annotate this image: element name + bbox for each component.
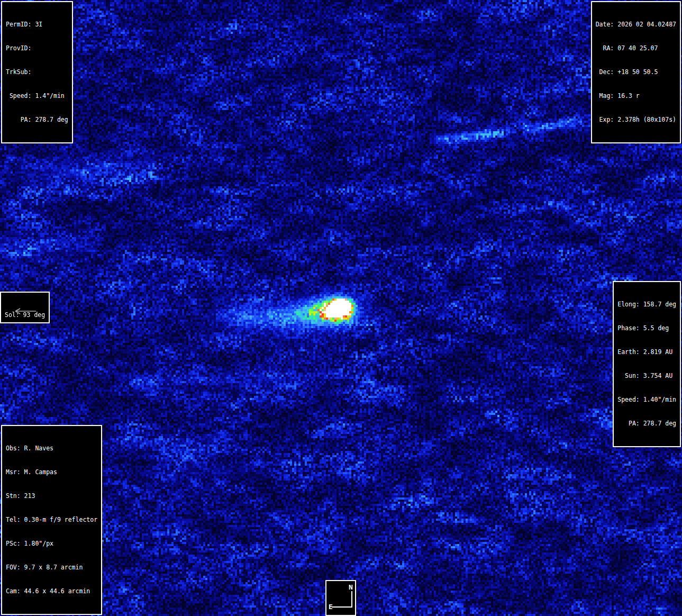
observation-info-panel: Date: 2026 02 04.02487 RA: 07 40 25.07 D… <box>591 1 681 143</box>
ra-line: RA: 07 40 25.07 <box>596 44 676 52</box>
exp-line: Exp: 2.378h (80x107s) <box>596 116 676 124</box>
speed-line: Speed: 1.4"/min <box>6 92 68 100</box>
elong-line: Elong: 158.7 deg <box>617 301 676 309</box>
station-line: Stn: 213 <box>6 492 97 500</box>
compass-north-label: N <box>349 584 353 591</box>
speed-line: Speed: 1.40"/min <box>617 396 676 404</box>
phase-line: Phase: 5.5 deg <box>617 324 676 332</box>
pixel-scale-line: PSc: 1.80"/px <box>6 540 97 548</box>
sun-dist-line: Sun: 3.754 AU <box>617 372 676 380</box>
observer-info-panel: Obs: R. Naves Msr: M. Campas Stn: 213 Te… <box>1 425 102 615</box>
compass-indicator: N E <box>325 580 356 616</box>
trksub-line: TrkSub: <box>6 68 68 76</box>
pa-line: PA: 278.7 deg <box>617 420 676 428</box>
left-arrow-icon <box>13 307 37 315</box>
earth-dist-line: Earth: 2.819 AU <box>617 348 676 356</box>
compass-north-line <box>351 591 352 608</box>
telescope-line: Tel: 0.30-m f/9 reflector <box>6 516 97 524</box>
target-info-panel: PermID: 3I ProvID: TrkSub: Speed: 1.4"/m… <box>1 1 73 143</box>
observer-line: Obs: R. Naves <box>6 445 97 452</box>
geometry-info-panel: Elong: 158.7 deg Phase: 5.5 deg Earth: 2… <box>613 281 681 447</box>
provid-line: ProvID: <box>6 44 68 52</box>
measurer-line: Msr: M. Campas <box>6 468 97 476</box>
pa-line: PA: 278.7 deg <box>6 116 68 124</box>
sky-image <box>0 0 682 616</box>
camera-line: Cam: 44.6 x 44.6 arcmin <box>6 587 97 595</box>
sun-direction-panel: Sol: 93 deg <box>0 292 50 323</box>
date-line: Date: 2026 02 04.02487 <box>596 21 676 29</box>
permid-line: PermID: 3I <box>6 21 68 29</box>
dec-line: Dec: +18 50 50.5 <box>596 68 676 76</box>
mag-line: Mag: 16.3 r <box>596 92 676 100</box>
comet-image-viewer: PermID: 3I ProvID: TrkSub: Speed: 1.4"/m… <box>0 0 682 616</box>
compass-east-line <box>332 606 352 608</box>
fov-line: FOV: 9.7 x 8.7 arcmin <box>6 564 97 572</box>
